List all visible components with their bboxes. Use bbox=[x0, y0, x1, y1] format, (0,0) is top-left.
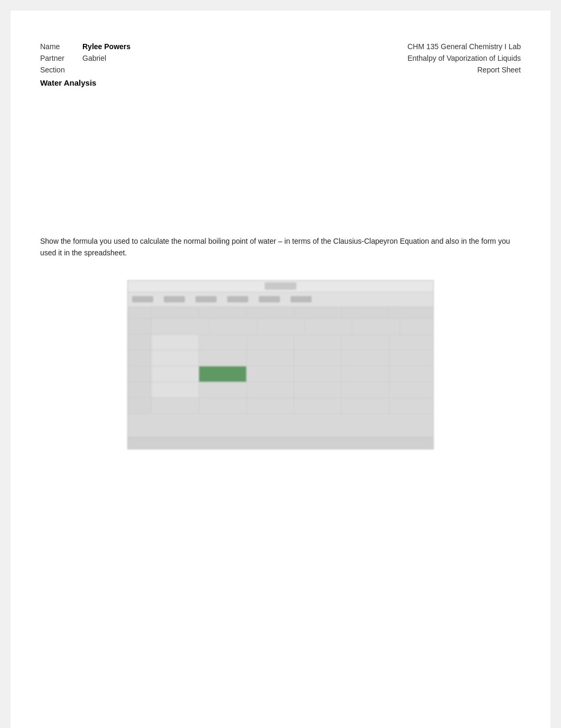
toolbar-item-2 bbox=[164, 296, 185, 302]
name-row: Name Rylee Powers bbox=[40, 42, 130, 51]
cell-c6 bbox=[247, 398, 294, 413]
grid-row-6 bbox=[128, 398, 433, 414]
row-header-3 bbox=[128, 351, 152, 366]
cell-a1 bbox=[152, 319, 210, 334]
toolbar-item-3 bbox=[195, 296, 217, 302]
grid-row-1 bbox=[128, 319, 433, 335]
cell-f6 bbox=[389, 398, 434, 413]
cell-b6 bbox=[199, 398, 247, 413]
toolbar-item-5 bbox=[259, 296, 280, 302]
row-header-2 bbox=[128, 335, 152, 350]
row-header-1 bbox=[128, 319, 152, 334]
course-text: CHM 135 General Chemistry I Lab bbox=[407, 42, 521, 51]
right-header: CHM 135 General Chemistry I Lab Enthalpy… bbox=[407, 42, 521, 74]
cell-f5 bbox=[389, 382, 434, 398]
col-header-row bbox=[128, 307, 152, 318]
cell-e6 bbox=[342, 398, 389, 413]
document-page: Name Rylee Powers Partner Gabriel Sectio… bbox=[11, 11, 550, 728]
section-label: Section bbox=[40, 66, 72, 74]
cell-e4 bbox=[342, 366, 389, 382]
toolbar-item-1 bbox=[132, 296, 153, 302]
formula-prompt: Show the formula you used to calculate t… bbox=[40, 235, 521, 259]
row-header-5 bbox=[128, 382, 152, 398]
cell-c5 bbox=[247, 382, 294, 398]
col-header-d bbox=[294, 307, 342, 318]
cell-e5 bbox=[342, 382, 389, 398]
experiment-text: Enthalpy of Vaporization of Liquids bbox=[407, 54, 521, 62]
row-header-4 bbox=[128, 366, 152, 382]
cell-a6 bbox=[152, 398, 199, 413]
col-header-e bbox=[342, 307, 389, 318]
cell-b2 bbox=[199, 335, 247, 350]
doc-type-text: Report Sheet bbox=[478, 66, 521, 74]
spreadsheet-grid bbox=[128, 319, 433, 414]
cell-a4 bbox=[152, 366, 199, 382]
spreadsheet-bottom-bar bbox=[128, 437, 433, 449]
grid-row-3 bbox=[128, 351, 433, 366]
toolbar-item-4 bbox=[227, 296, 248, 302]
toolbar-item-6 bbox=[291, 296, 312, 302]
spreadsheet-tab bbox=[265, 282, 296, 290]
cell-e3 bbox=[342, 351, 389, 366]
grid-row-4 bbox=[128, 366, 433, 382]
col-header-f bbox=[389, 307, 434, 318]
cell-c1 bbox=[257, 319, 305, 334]
name-label: Name bbox=[40, 42, 72, 51]
spreadsheet-tab-bar bbox=[128, 281, 433, 292]
cell-b4-highlight bbox=[199, 366, 247, 382]
left-header: Name Rylee Powers Partner Gabriel Sectio… bbox=[40, 42, 130, 74]
cell-d2 bbox=[294, 335, 342, 350]
partner-value: Gabriel bbox=[82, 54, 106, 62]
cell-a3 bbox=[152, 351, 199, 366]
cell-f3 bbox=[389, 351, 434, 366]
section-title: Water Analysis bbox=[40, 78, 521, 87]
cell-e2 bbox=[342, 335, 389, 350]
cell-d3 bbox=[294, 351, 342, 366]
spreadsheet-image bbox=[127, 280, 434, 449]
cell-b3 bbox=[199, 351, 247, 366]
col-header-b bbox=[199, 307, 247, 318]
name-value: Rylee Powers bbox=[82, 42, 130, 51]
cell-a5 bbox=[152, 382, 199, 398]
cell-c2 bbox=[247, 335, 294, 350]
cell-c4 bbox=[247, 366, 294, 382]
spreadsheet-col-headers bbox=[128, 307, 433, 319]
section-row: Section bbox=[40, 66, 130, 74]
col-header-a bbox=[152, 307, 199, 318]
spreadsheet-toolbar bbox=[128, 292, 433, 307]
partner-label: Partner bbox=[40, 54, 72, 62]
cell-a2 bbox=[152, 335, 199, 350]
grid-row-5 bbox=[128, 382, 433, 398]
cell-d5 bbox=[294, 382, 342, 398]
partner-row: Partner Gabriel bbox=[40, 54, 130, 62]
cell-e1 bbox=[352, 319, 400, 334]
cell-f4 bbox=[389, 366, 434, 382]
cell-d6 bbox=[294, 398, 342, 413]
cell-b5 bbox=[199, 382, 247, 398]
cell-b1 bbox=[210, 319, 257, 334]
cell-f1 bbox=[400, 319, 434, 334]
grid-row-2 bbox=[128, 335, 433, 351]
header-section: Name Rylee Powers Partner Gabriel Sectio… bbox=[40, 42, 521, 74]
cell-c3 bbox=[247, 351, 294, 366]
row-header-6 bbox=[128, 398, 152, 413]
cell-d4 bbox=[294, 366, 342, 382]
cell-d1 bbox=[305, 319, 352, 334]
col-header-c bbox=[247, 307, 294, 318]
spreadsheet-container bbox=[40, 280, 521, 449]
cell-f2 bbox=[389, 335, 434, 350]
